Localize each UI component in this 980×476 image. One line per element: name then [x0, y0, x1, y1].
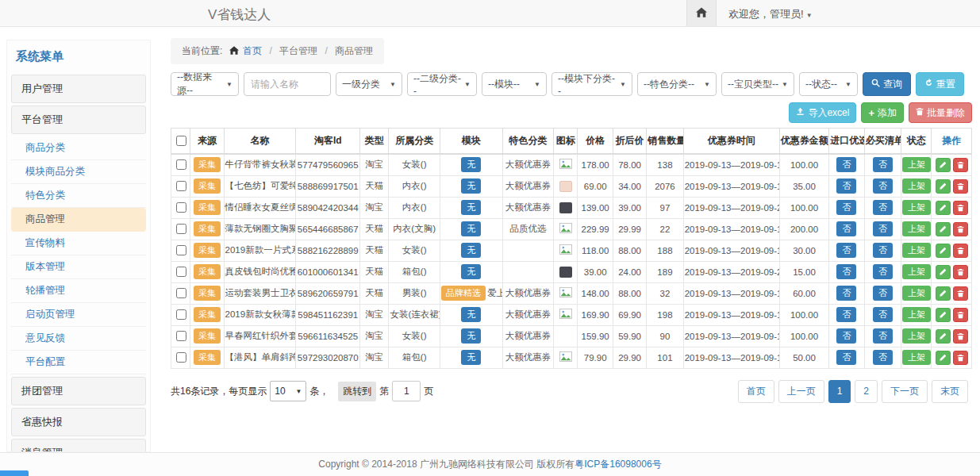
icp-link[interactable]: 粤ICP备16098006号	[575, 459, 661, 470]
module-none-badge[interactable]: 无	[461, 307, 481, 322]
edit-button[interactable]	[936, 286, 951, 301]
edit-button[interactable]	[936, 179, 951, 194]
module-none-badge[interactable]: 无	[461, 328, 481, 344]
must-buy-toggle[interactable]: 否	[873, 286, 893, 301]
next-page-button[interactable]: 下一页	[882, 380, 928, 403]
filter-select-3[interactable]: --二级分类--▼	[407, 72, 477, 96]
add-button[interactable]: + 添加	[861, 102, 904, 123]
first-page-button[interactable]: 首页	[738, 380, 774, 403]
row-checkbox[interactable]	[176, 288, 186, 298]
import-excel-button[interactable]: 导入excel	[789, 102, 856, 123]
name-search-input[interactable]	[244, 72, 331, 96]
import-select-toggle[interactable]: 否	[836, 178, 856, 194]
import-select-toggle[interactable]: 否	[836, 328, 856, 344]
import-select-toggle[interactable]: 否	[836, 307, 856, 322]
prev-page-button[interactable]: 上一页	[778, 380, 824, 403]
home-button[interactable]	[686, 0, 717, 26]
sidebar-item-1[interactable]: 用户管理	[11, 75, 146, 103]
delete-button[interactable]	[953, 308, 968, 322]
sidebar-item-8[interactable]: 版本管理	[11, 255, 146, 279]
edit-button[interactable]	[936, 158, 951, 172]
row-checkbox[interactable]	[176, 224, 186, 234]
module-none-badge[interactable]: 无	[461, 200, 481, 215]
import-select-toggle[interactable]: 否	[836, 157, 856, 172]
row-checkbox[interactable]	[176, 202, 186, 213]
module-none-badge[interactable]: 无	[461, 243, 481, 258]
status-toggle[interactable]: 上架	[902, 350, 931, 365]
must-buy-toggle[interactable]: 否	[873, 178, 893, 194]
status-toggle[interactable]: 上架	[902, 200, 931, 215]
module-none-badge[interactable]: 无	[461, 264, 481, 279]
search-button[interactable]: 查询	[863, 72, 911, 96]
jump-to-button[interactable]: 跳转到	[338, 382, 376, 401]
row-checkbox[interactable]	[176, 331, 186, 341]
sidebar-item-12[interactable]: 平台配置	[11, 351, 146, 374]
filter-select-8[interactable]: --状态--▼	[799, 72, 858, 96]
must-buy-toggle[interactable]: 否	[873, 307, 893, 322]
batch-delete-button[interactable]: 批量删除	[909, 102, 972, 123]
module-none-badge[interactable]: 无	[461, 350, 481, 365]
row-checkbox[interactable]	[176, 245, 186, 255]
sidebar-item-7[interactable]: 宣传物料	[11, 232, 146, 255]
must-buy-toggle[interactable]: 否	[873, 243, 893, 258]
reset-button[interactable]: 重置	[916, 72, 964, 96]
filter-select-2[interactable]: 一级分类▼	[336, 72, 402, 96]
delete-button[interactable]	[953, 201, 968, 215]
sidebar-item-14[interactable]: 省惠快报	[11, 408, 146, 436]
status-toggle[interactable]: 上架	[902, 221, 931, 236]
sidebar-item-3[interactable]: 商品分类	[11, 136, 146, 160]
sidebar-item-11[interactable]: 意见反馈	[11, 327, 146, 351]
edit-button[interactable]	[936, 308, 951, 322]
import-select-toggle[interactable]: 否	[836, 286, 856, 301]
page-number-button[interactable]: 2	[855, 380, 878, 403]
filter-select-4[interactable]: --模块--▼	[482, 72, 547, 96]
filter-select-1[interactable]: --数据来源--▼	[171, 72, 239, 96]
delete-button[interactable]	[953, 265, 968, 279]
module-none-badge[interactable]: 无	[461, 178, 481, 194]
must-buy-toggle[interactable]: 否	[873, 200, 893, 215]
module-none-badge[interactable]: 无	[461, 221, 481, 236]
sidebar-item-10[interactable]: 启动页管理	[11, 303, 146, 327]
delete-button[interactable]	[953, 158, 968, 172]
user-menu[interactable]: 欢迎您，管理员!▼	[728, 7, 813, 21]
sidebar-item-5[interactable]: 特色分类	[11, 184, 146, 208]
status-toggle[interactable]: 上架	[902, 178, 931, 194]
delete-button[interactable]	[953, 286, 968, 301]
sidebar-item-9[interactable]: 轮播管理	[11, 279, 146, 303]
import-select-toggle[interactable]: 否	[836, 221, 856, 236]
sidebar-item-4[interactable]: 模块商品分类	[11, 160, 146, 184]
status-toggle[interactable]: 上架	[902, 264, 931, 279]
import-select-toggle[interactable]: 否	[836, 264, 856, 279]
select-all-checkbox[interactable]	[176, 136, 186, 146]
page-size-select[interactable]: 10 ▼	[270, 381, 306, 401]
jump-page-input[interactable]	[392, 381, 421, 401]
import-select-toggle[interactable]: 否	[836, 200, 856, 215]
must-buy-toggle[interactable]: 否	[873, 328, 893, 344]
must-buy-toggle[interactable]: 否	[873, 221, 893, 236]
status-toggle[interactable]: 上架	[902, 243, 931, 258]
module-none-badge[interactable]: 无	[461, 157, 481, 172]
edit-button[interactable]	[936, 201, 951, 215]
sidebar-item-13[interactable]: 拼团管理	[11, 377, 146, 405]
last-page-button[interactable]: 末页	[932, 380, 968, 403]
must-buy-toggle[interactable]: 否	[873, 157, 893, 172]
row-checkbox[interactable]	[176, 267, 186, 277]
filter-select-6[interactable]: --特色分类--▼	[637, 72, 717, 96]
status-toggle[interactable]: 上架	[902, 328, 931, 344]
edit-button[interactable]	[936, 222, 951, 236]
sidebar-item-15[interactable]: 消息管理	[11, 439, 146, 452]
import-select-toggle[interactable]: 否	[836, 243, 856, 258]
delete-button[interactable]	[953, 351, 968, 365]
import-select-toggle[interactable]: 否	[836, 350, 856, 365]
edit-button[interactable]	[936, 351, 951, 365]
row-checkbox[interactable]	[176, 309, 186, 320]
filter-select-7[interactable]: --宝贝类型--▼	[721, 72, 794, 96]
edit-button[interactable]	[936, 244, 951, 258]
row-checkbox[interactable]	[176, 181, 186, 191]
must-buy-toggle[interactable]: 否	[873, 350, 893, 365]
edit-button[interactable]	[936, 329, 951, 344]
row-checkbox[interactable]	[176, 159, 186, 170]
sidebar-item-6[interactable]: 商品管理	[11, 208, 146, 232]
page-number-button[interactable]: 1	[828, 380, 851, 403]
status-toggle[interactable]: 上架	[902, 286, 931, 301]
